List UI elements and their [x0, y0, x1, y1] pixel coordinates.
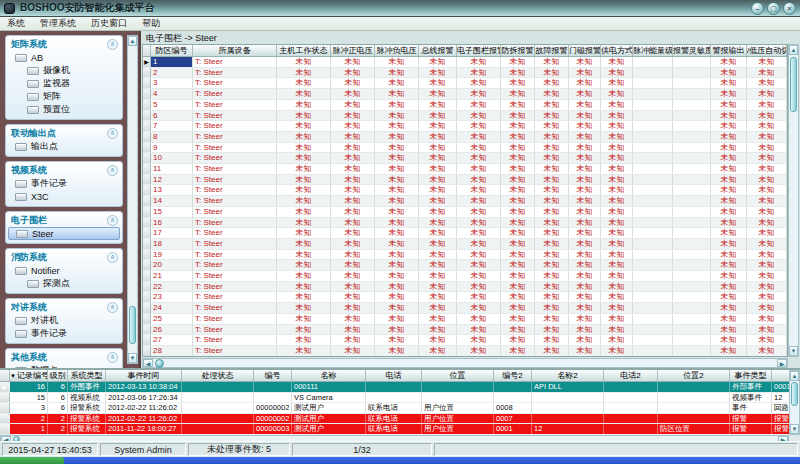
status-cell[interactable] [673, 78, 711, 88]
menu-item-帮助[interactable]: 帮助 [142, 17, 160, 30]
status-cell[interactable]: 未知 [601, 314, 633, 324]
status-cell[interactable] [673, 185, 711, 195]
zone-row-25[interactable]: 25T: Steer未知未知未知未知未知未知未知未知未知未知未知 [143, 314, 787, 325]
status-cell[interactable]: 未知 [501, 111, 535, 121]
sidebar-item-探测点[interactable]: 探测点 [6, 277, 122, 290]
status-cell[interactable]: 未知 [277, 282, 331, 292]
status-cell[interactable]: 未知 [419, 218, 457, 228]
zone-number-cell[interactable]: 8 [151, 132, 193, 142]
event-cell[interactable]: 联系电话 [366, 403, 422, 413]
status-cell[interactable] [633, 68, 673, 78]
status-cell[interactable] [633, 239, 673, 249]
row-selector[interactable] [143, 185, 151, 195]
event-cell[interactable]: 6 [48, 382, 68, 392]
status-cell[interactable]: 未知 [331, 314, 375, 324]
status-cell[interactable]: 未知 [419, 78, 457, 88]
status-cell[interactable]: 未知 [457, 111, 501, 121]
status-cell[interactable]: 未知 [569, 282, 601, 292]
status-cell[interactable]: 未知 [501, 164, 535, 174]
status-cell[interactable]: 未知 [569, 303, 601, 313]
zone-number-cell[interactable]: 5 [151, 100, 193, 110]
zone-number-cell[interactable]: 24 [151, 303, 193, 313]
status-cell[interactable]: 未知 [747, 271, 787, 281]
event-cell[interactable]: 测试用户 [292, 424, 366, 434]
status-cell[interactable]: 未知 [569, 89, 601, 99]
status-cell[interactable]: 未知 [277, 292, 331, 302]
collapse-chevron-icon[interactable]: « [107, 215, 118, 226]
status-cell[interactable] [633, 153, 673, 163]
status-cell[interactable]: 未知 [457, 175, 501, 185]
status-cell[interactable]: 未知 [535, 164, 569, 174]
status-cell[interactable]: 未知 [419, 153, 457, 163]
status-cell[interactable]: 未知 [501, 228, 535, 238]
status-cell[interactable]: 未知 [419, 335, 457, 345]
event-cell[interactable]: 0001 [772, 382, 789, 392]
status-cell[interactable]: 未知 [747, 303, 787, 313]
status-cell[interactable] [673, 196, 711, 206]
event-cell[interactable]: 外部事件 [730, 382, 772, 392]
status-cell[interactable]: 未知 [419, 207, 457, 217]
zone-row-24[interactable]: 24T: Steer未知未知未知未知未知未知未知未知未知未知未知 [143, 303, 787, 314]
status-cell[interactable]: 未知 [375, 292, 419, 302]
event-cell[interactable]: 报警系统 [68, 414, 106, 424]
row-selector[interactable] [143, 121, 151, 131]
device-cell[interactable]: T: Steer [193, 346, 277, 356]
status-cell[interactable]: 未知 [375, 271, 419, 281]
event-cell[interactable] [658, 393, 730, 403]
event-cell[interactable] [254, 382, 292, 392]
section-header[interactable]: 其他系统« [6, 349, 122, 364]
event-cell[interactable] [366, 393, 422, 403]
status-cell[interactable]: 未知 [375, 175, 419, 185]
status-cell[interactable]: 未知 [747, 153, 787, 163]
status-cell[interactable] [673, 57, 711, 67]
event-cell[interactable]: 12 [772, 393, 789, 403]
status-cell[interactable]: 未知 [747, 207, 787, 217]
status-cell[interactable]: 未知 [535, 100, 569, 110]
status-cell[interactable]: 未知 [747, 239, 787, 249]
status-cell[interactable]: 未知 [569, 260, 601, 270]
column-header-电话2[interactable]: 电话2 [604, 370, 658, 381]
status-cell[interactable]: 未知 [601, 282, 633, 292]
row-selector[interactable] [143, 314, 151, 324]
event-cell[interactable]: 事件 [730, 403, 772, 413]
status-cell[interactable]: 未知 [569, 111, 601, 121]
device-cell[interactable]: T: Steer [193, 250, 277, 260]
zone-number-cell[interactable]: 18 [151, 239, 193, 249]
column-header-防区编号[interactable]: 防区编号 [151, 45, 193, 56]
column-header-记录编号[interactable]: ▼记录编号 [10, 370, 48, 381]
device-cell[interactable]: T: Steer [193, 325, 277, 335]
status-cell[interactable]: 未知 [601, 218, 633, 228]
device-cell[interactable]: T: Steer [193, 111, 277, 121]
status-cell[interactable]: 未知 [711, 282, 747, 292]
status-cell[interactable]: 未知 [277, 207, 331, 217]
status-cell[interactable]: 未知 [569, 325, 601, 335]
event-cell[interactable]: 报警 [772, 414, 789, 424]
status-cell[interactable]: 未知 [711, 207, 747, 217]
status-cell[interactable]: 未知 [569, 121, 601, 131]
status-cell[interactable]: 未知 [457, 250, 501, 260]
status-cell[interactable]: 未知 [601, 292, 633, 302]
event-cell[interactable]: 联系电话 [366, 414, 422, 424]
status-cell[interactable]: 未知 [457, 228, 501, 238]
status-cell[interactable]: 未知 [277, 89, 331, 99]
status-cell[interactable]: 未知 [535, 121, 569, 131]
status-cell[interactable]: 未知 [501, 132, 535, 142]
status-cell[interactable]: 未知 [535, 57, 569, 67]
status-cell[interactable] [673, 164, 711, 174]
status-cell[interactable]: 未知 [501, 100, 535, 110]
zone-row-12[interactable]: 12T: Steer未知未知未知未知未知未知未知未知未知未知未知 [143, 175, 787, 186]
status-cell[interactable]: 未知 [711, 314, 747, 324]
status-cell[interactable]: 未知 [601, 100, 633, 110]
event-cell[interactable]: 视频系统 [68, 393, 106, 403]
status-cell[interactable]: 未知 [711, 100, 747, 110]
event-cell[interactable]: 报警 [730, 414, 772, 424]
event-row[interactable]: 12报警系统2011-11-22 18:00:2700000003测试用户联系电… [0, 424, 789, 435]
status-cell[interactable]: 未知 [277, 335, 331, 345]
event-cell[interactable] [366, 382, 422, 392]
event-cell[interactable] [604, 424, 658, 434]
status-cell[interactable] [633, 303, 673, 313]
status-cell[interactable]: 未知 [277, 228, 331, 238]
status-cell[interactable]: 未知 [375, 346, 419, 356]
zone-row-16[interactable]: 16T: Steer未知未知未知未知未知未知未知未知未知未知未知 [143, 218, 787, 229]
status-cell[interactable]: 未知 [331, 132, 375, 142]
